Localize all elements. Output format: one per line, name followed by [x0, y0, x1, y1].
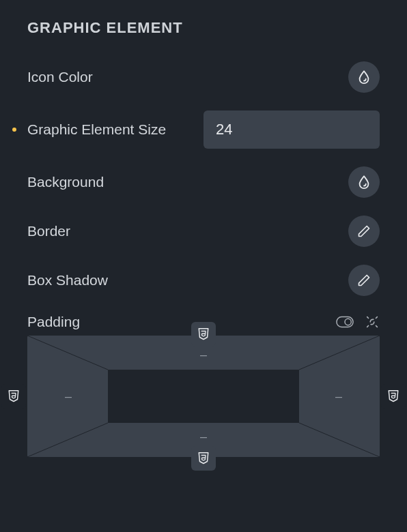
label-border: Border — [27, 221, 70, 241]
padding-toggle-button[interactable] — [336, 316, 354, 328]
label-icon-color: Icon Color — [27, 67, 93, 87]
graphic-element-section: GRAPHIC ELEMENT Icon Color Graphic Eleme… — [0, 0, 407, 457]
svg-line-4 — [27, 423, 108, 457]
padding-right-value[interactable]: – — [335, 389, 342, 404]
padding-box-container: – – – – — [27, 336, 380, 457]
label-padding: Padding — [27, 314, 80, 330]
icon-color-button[interactable] — [348, 61, 380, 93]
padding-top-css-button[interactable] — [191, 322, 216, 346]
row-element-size: Graphic Element Size — [27, 110, 380, 149]
padding-bottom-value[interactable]: – — [200, 430, 207, 444]
css-shield-icon — [8, 389, 20, 403]
padding-visualizer: – – – – — [27, 336, 380, 457]
padding-bottom-css-button[interactable] — [191, 446, 216, 471]
row-background: Background — [27, 166, 380, 198]
row-icon-color: Icon Color — [27, 61, 380, 93]
droplet-icon — [356, 70, 371, 85]
padding-left-css-button[interactable] — [1, 384, 26, 409]
css-shield-icon — [197, 452, 210, 465]
background-button[interactable] — [348, 166, 380, 198]
row-border: Border — [27, 216, 380, 247]
padding-header-icons — [336, 314, 380, 329]
section-title: GRAPHIC ELEMENT — [27, 19, 380, 37]
css-shield-icon — [387, 389, 399, 403]
label-background: Background — [27, 172, 104, 192]
pencil-icon — [357, 274, 371, 287]
label-box-shadow: Box Shadow — [27, 270, 108, 290]
padding-unlink-button[interactable] — [365, 314, 380, 329]
pencil-icon — [357, 224, 371, 238]
svg-line-5 — [299, 423, 380, 457]
border-edit-button[interactable] — [348, 216, 380, 247]
box-shadow-edit-button[interactable] — [348, 265, 380, 296]
label-element-size: Graphic Element Size — [27, 119, 166, 139]
svg-point-1 — [345, 319, 351, 325]
modified-indicator-dot — [12, 128, 16, 132]
padding-top-value[interactable]: – — [200, 348, 207, 362]
size-input[interactable] — [204, 110, 380, 149]
svg-line-2 — [27, 336, 108, 370]
padding-inner-box — [108, 370, 299, 423]
padding-right-css-button[interactable] — [381, 384, 406, 409]
svg-line-3 — [299, 336, 380, 370]
droplet-icon — [356, 175, 371, 190]
row-box-shadow: Box Shadow — [27, 265, 380, 296]
css-shield-icon — [197, 327, 210, 341]
padding-left-value[interactable]: – — [65, 389, 72, 404]
size-input-group — [204, 110, 380, 149]
